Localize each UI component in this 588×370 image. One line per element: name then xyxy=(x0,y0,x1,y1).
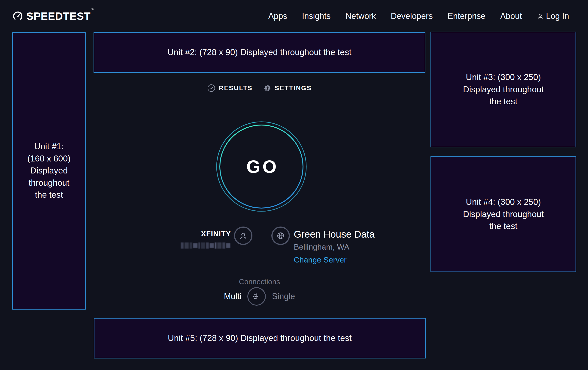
nav-item-insights[interactable]: Insights xyxy=(302,11,331,21)
results-settings-tabs: RESULTS SETTINGS xyxy=(94,84,425,92)
ad-unit-5-text: Unit #5: (728 x 90) Displayed throughout… xyxy=(168,332,352,344)
tab-settings[interactable]: SETTINGS xyxy=(263,84,312,92)
connections-toggle[interactable] xyxy=(247,287,266,306)
server-avatar xyxy=(271,227,290,245)
gear-icon xyxy=(263,84,272,92)
login-button[interactable]: Log In xyxy=(537,11,569,21)
logo-text: SPEEDTEST xyxy=(26,10,91,22)
nav-item-enterprise[interactable]: Enterprise xyxy=(448,11,485,21)
ad-unit-2-text: Unit #2: (728 x 90) Displayed throughout… xyxy=(168,46,352,59)
go-button[interactable]: GO xyxy=(216,121,307,212)
speedtest-page: { "header": { "logo": { "text": "SPEEDTE… xyxy=(0,0,588,370)
multi-connection-arrows-icon xyxy=(251,291,262,302)
speedometer-gauge-icon xyxy=(12,11,23,21)
main-nav: Apps Insights Network Developers Enterpr… xyxy=(268,11,569,21)
login-label: Log In xyxy=(546,11,569,21)
speedtest-logo[interactable]: SPEEDTEST® xyxy=(12,11,93,21)
go-button-label: GO xyxy=(216,121,307,212)
user-icon xyxy=(537,13,544,20)
ad-unit-4[interactable]: Unit #4: (300 x 250) Displayed throughou… xyxy=(430,156,576,272)
nav-item-about[interactable]: About xyxy=(500,11,522,21)
ad-unit-1-text: Unit #1: (160 x 600) Displayed throughou… xyxy=(25,140,73,201)
tab-results-label: RESULTS xyxy=(219,84,252,92)
top-nav: SPEEDTEST® Apps Insights Network Develop… xyxy=(12,8,569,24)
server-info: Green House Data Bellingham, WA Change S… xyxy=(294,229,375,264)
ad-unit-4-text: Unit #4: (300 x 250) Displayed throughou… xyxy=(460,196,547,232)
user-circle-icon xyxy=(239,231,248,240)
redacted-ip-text xyxy=(181,242,230,249)
logo-trademark: ® xyxy=(91,7,94,11)
server-name: Green House Data xyxy=(294,229,375,240)
server-location: Bellingham, WA xyxy=(294,242,375,251)
ad-unit-2[interactable]: Unit #2: (728 x 90) Displayed throughout… xyxy=(94,32,425,73)
connections-multi-label[interactable]: Multi xyxy=(224,291,241,301)
isp-name: XFINITY xyxy=(150,230,231,238)
ad-unit-3-text: Unit #3: (300 x 250) Displayed throughou… xyxy=(460,71,547,108)
tab-results[interactable]: RESULTS xyxy=(207,84,252,92)
nav-item-developers[interactable]: Developers xyxy=(391,11,433,21)
tab-settings-label: SETTINGS xyxy=(275,84,312,92)
nav-item-network[interactable]: Network xyxy=(346,11,376,21)
isp-avatar xyxy=(234,227,252,245)
connections-single-label[interactable]: Single xyxy=(272,291,295,301)
ad-unit-5[interactable]: Unit #5: (728 x 90) Displayed throughout… xyxy=(94,318,426,359)
change-server-link[interactable]: Change Server xyxy=(294,255,375,264)
ad-unit-3[interactable]: Unit #3: (300 x 250) Displayed throughou… xyxy=(430,32,576,147)
connections-toggle-row: Multi Single xyxy=(94,287,425,306)
circle-check-icon xyxy=(207,84,215,92)
nav-item-apps[interactable]: Apps xyxy=(268,11,287,21)
ad-unit-1[interactable]: Unit #1: (160 x 600) Displayed throughou… xyxy=(12,32,86,310)
globe-icon xyxy=(276,231,285,240)
connections-heading: Connections xyxy=(94,278,425,286)
